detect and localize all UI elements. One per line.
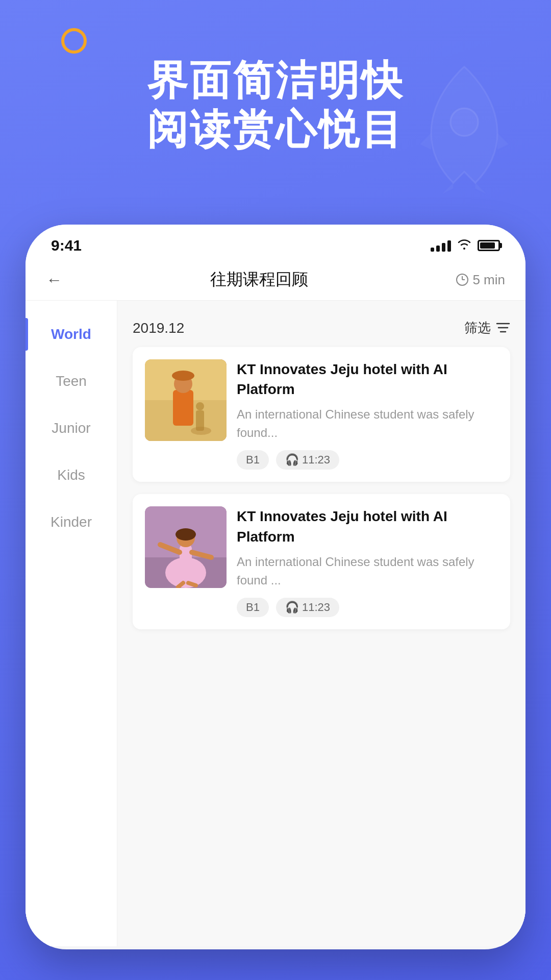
article-card-1[interactable]: KT Innovates Jeju hotel with AI Platform… xyxy=(133,347,510,482)
article-thumbnail-1 xyxy=(145,359,227,441)
svg-point-11 xyxy=(196,402,204,410)
svg-rect-10 xyxy=(196,410,204,431)
nav-bar: ← 往期课程回顾 5 min xyxy=(26,259,525,301)
article-tags-2: B1 🎧 11:23 xyxy=(237,598,498,617)
headline-line1: 界面简洁明快 xyxy=(0,56,551,105)
level-badge-2: B1 xyxy=(237,598,269,617)
sidebar: World Teen Junior Kids Kinder xyxy=(26,301,117,946)
filter-button[interactable]: 筛选 xyxy=(464,319,510,337)
audio-tag-1: 🎧 11:23 xyxy=(276,450,339,470)
sidebar-item-junior[interactable]: Junior xyxy=(26,405,117,452)
article-tags-1: B1 🎧 11:23 xyxy=(237,450,498,470)
main-content: 2019.12 筛选 xyxy=(117,301,525,946)
article-title-1: KT Innovates Jeju hotel with AI Platform xyxy=(237,359,498,399)
article-title-2: KT Innovates Jeju hotel with AI Platform xyxy=(237,506,498,546)
headline-line2: 阅读赏心悦目 xyxy=(0,105,551,154)
article-info-1: KT Innovates Jeju hotel with AI Platform… xyxy=(237,359,498,470)
orange-circle-decoration xyxy=(61,28,87,54)
wifi-icon xyxy=(457,238,471,253)
status-bar: 9:41 xyxy=(26,225,525,259)
svg-point-9 xyxy=(172,371,194,381)
sidebar-item-kids[interactable]: Kids xyxy=(26,452,117,499)
phone-mockup: 9:41 ← 往期课程回顾 5 min xyxy=(26,225,525,949)
article-info-2: KT Innovates Jeju hotel with AI Platform… xyxy=(237,506,498,617)
sidebar-item-teen[interactable]: Teen xyxy=(26,358,117,405)
nav-duration: 5 min xyxy=(456,272,505,288)
svg-rect-15 xyxy=(180,545,192,565)
article-card-2[interactable]: KT Innovates Jeju hotel with AI Platform… xyxy=(133,494,510,629)
svg-point-17 xyxy=(176,528,196,541)
sidebar-item-world[interactable]: World xyxy=(26,311,117,358)
headphone-icon-2: 🎧 xyxy=(285,601,299,614)
headline: 界面简洁明快 阅读赏心悦目 xyxy=(0,56,551,154)
status-icons xyxy=(431,238,500,253)
article-desc-1: An international Chinese student was saf… xyxy=(237,405,498,442)
nav-title: 往期课程回顾 xyxy=(210,268,308,291)
audio-tag-2: 🎧 11:23 xyxy=(276,598,339,617)
battery-icon xyxy=(478,240,500,251)
content-area: World Teen Junior Kids Kinder 2019.12 筛选 xyxy=(26,301,525,946)
level-badge-1: B1 xyxy=(237,450,269,470)
date-header: 2019.12 筛选 xyxy=(133,311,510,347)
sidebar-item-kinder[interactable]: Kinder xyxy=(26,499,117,546)
headphone-icon-1: 🎧 xyxy=(285,453,299,467)
clock-icon xyxy=(456,274,468,286)
svg-rect-7 xyxy=(173,390,193,426)
back-button[interactable]: ← xyxy=(46,271,62,289)
status-time: 9:41 xyxy=(51,237,82,254)
date-label: 2019.12 xyxy=(133,320,184,336)
filter-icon xyxy=(496,322,510,335)
svg-line-21 xyxy=(188,583,196,585)
article-thumbnail-2 xyxy=(145,506,227,588)
article-desc-2: An international Chinese student was saf… xyxy=(237,553,498,590)
signal-icon xyxy=(431,239,451,252)
